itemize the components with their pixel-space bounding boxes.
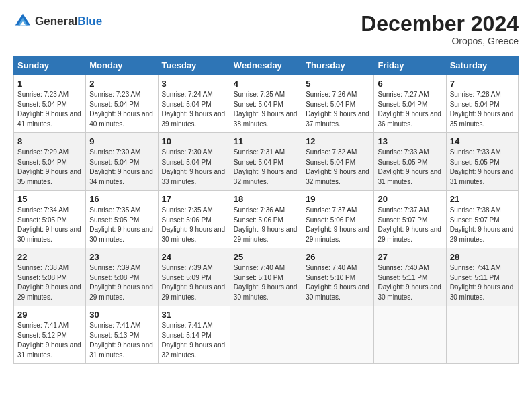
day-number: 19	[306, 194, 370, 204]
day-info: Sunrise: 7:33 AMSunset: 5:05 PMDaylight:…	[378, 148, 441, 185]
calendar-day-cell: 8Sunrise: 7:29 AMSunset: 5:04 PMDaylight…	[14, 133, 86, 191]
day-number: 12	[306, 136, 370, 146]
calendar-table: SundayMondayTuesdayWednesdayThursdayFrid…	[13, 56, 519, 364]
day-number: 20	[378, 194, 442, 204]
day-info: Sunrise: 7:25 AMSunset: 5:04 PMDaylight:…	[234, 91, 298, 128]
day-info: Sunrise: 7:36 AMSunset: 5:06 PMDaylight:…	[234, 206, 298, 243]
page-container: GeneralBlue December 2024 Oropos, Greece…	[0, 0, 532, 371]
day-info: Sunrise: 7:41 AMSunset: 5:12 PMDaylight:…	[17, 322, 81, 359]
calendar-day-cell	[230, 306, 302, 364]
calendar-day-cell: 30Sunrise: 7:41 AMSunset: 5:13 PMDayligh…	[86, 306, 158, 364]
day-number: 25	[234, 252, 298, 262]
day-of-week-header: Tuesday	[158, 56, 230, 75]
day-of-week-header: Thursday	[302, 56, 374, 75]
calendar-day-cell: 19Sunrise: 7:37 AMSunset: 5:06 PMDayligh…	[302, 191, 374, 248]
day-number: 14	[450, 136, 515, 146]
logo-text: GeneralBlue	[35, 15, 102, 28]
calendar-day-cell: 17Sunrise: 7:35 AMSunset: 5:06 PMDayligh…	[158, 191, 230, 248]
calendar-day-cell	[446, 306, 518, 364]
day-info: Sunrise: 7:33 AMSunset: 5:05 PMDaylight:…	[450, 148, 514, 185]
calendar-day-cell: 25Sunrise: 7:40 AMSunset: 5:10 PMDayligh…	[230, 248, 302, 306]
day-info: Sunrise: 7:29 AMSunset: 5:04 PMDaylight:…	[17, 148, 81, 185]
day-info: Sunrise: 7:40 AMSunset: 5:10 PMDaylight:…	[234, 264, 298, 301]
calendar-day-cell: 7Sunrise: 7:28 AMSunset: 5:04 PMDaylight…	[446, 75, 518, 133]
day-number: 29	[17, 310, 82, 320]
day-number: 22	[17, 252, 82, 262]
day-number: 13	[378, 136, 442, 146]
logo-general: General	[35, 15, 77, 28]
calendar-day-cell: 9Sunrise: 7:30 AMSunset: 5:04 PMDaylight…	[86, 133, 158, 191]
calendar-day-cell: 18Sunrise: 7:36 AMSunset: 5:06 PMDayligh…	[230, 191, 302, 248]
day-number: 3	[162, 79, 226, 89]
day-info: Sunrise: 7:23 AMSunset: 5:04 PMDaylight:…	[17, 91, 81, 128]
calendar-day-cell: 21Sunrise: 7:38 AMSunset: 5:07 PMDayligh…	[446, 191, 518, 248]
day-info: Sunrise: 7:38 AMSunset: 5:08 PMDaylight:…	[17, 264, 81, 301]
day-of-week-header: Friday	[374, 56, 446, 75]
day-number: 23	[89, 252, 154, 262]
calendar-day-cell: 1Sunrise: 7:23 AMSunset: 5:04 PMDaylight…	[14, 75, 86, 133]
day-info: Sunrise: 7:37 AMSunset: 5:06 PMDaylight:…	[306, 206, 369, 243]
calendar-week-row: 29Sunrise: 7:41 AMSunset: 5:12 PMDayligh…	[14, 306, 519, 364]
day-info: Sunrise: 7:41 AMSunset: 5:13 PMDaylight:…	[89, 322, 153, 359]
day-of-week-header: Sunday	[14, 56, 86, 75]
calendar-day-cell: 10Sunrise: 7:30 AMSunset: 5:04 PMDayligh…	[158, 133, 230, 191]
header: GeneralBlue December 2024 Oropos, Greece	[13, 12, 519, 46]
day-info: Sunrise: 7:40 AMSunset: 5:10 PMDaylight:…	[306, 264, 369, 301]
calendar-day-cell: 5Sunrise: 7:26 AMSunset: 5:04 PMDaylight…	[302, 75, 374, 133]
day-info: Sunrise: 7:23 AMSunset: 5:04 PMDaylight:…	[89, 91, 153, 128]
calendar-day-cell: 15Sunrise: 7:34 AMSunset: 5:05 PMDayligh…	[14, 191, 86, 248]
day-number: 28	[450, 252, 515, 262]
day-number: 15	[17, 194, 82, 204]
day-number: 30	[89, 310, 154, 320]
day-info: Sunrise: 7:26 AMSunset: 5:04 PMDaylight:…	[306, 91, 369, 128]
day-info: Sunrise: 7:41 AMSunset: 5:14 PMDaylight:…	[162, 322, 226, 359]
day-number: 18	[234, 194, 298, 204]
day-number: 4	[234, 79, 298, 89]
calendar-day-cell: 12Sunrise: 7:32 AMSunset: 5:04 PMDayligh…	[302, 133, 374, 191]
calendar-day-cell	[302, 306, 374, 364]
day-number: 9	[89, 136, 154, 146]
calendar-day-cell: 22Sunrise: 7:38 AMSunset: 5:08 PMDayligh…	[14, 248, 86, 306]
day-info: Sunrise: 7:24 AMSunset: 5:04 PMDaylight:…	[162, 91, 226, 128]
calendar-day-cell: 14Sunrise: 7:33 AMSunset: 5:05 PMDayligh…	[446, 133, 518, 191]
day-info: Sunrise: 7:27 AMSunset: 5:04 PMDaylight:…	[378, 91, 441, 128]
day-info: Sunrise: 7:30 AMSunset: 5:04 PMDaylight:…	[162, 148, 226, 185]
logo-blue: Blue	[77, 15, 102, 28]
day-info: Sunrise: 7:31 AMSunset: 5:04 PMDaylight:…	[234, 148, 298, 185]
calendar-day-cell: 31Sunrise: 7:41 AMSunset: 5:14 PMDayligh…	[158, 306, 230, 364]
day-info: Sunrise: 7:34 AMSunset: 5:05 PMDaylight:…	[17, 206, 81, 243]
day-number: 8	[17, 136, 82, 146]
day-info: Sunrise: 7:39 AMSunset: 5:08 PMDaylight:…	[89, 264, 153, 301]
calendar-day-cell: 23Sunrise: 7:39 AMSunset: 5:08 PMDayligh…	[86, 248, 158, 306]
calendar-day-cell: 4Sunrise: 7:25 AMSunset: 5:04 PMDaylight…	[230, 75, 302, 133]
day-info: Sunrise: 7:28 AMSunset: 5:04 PMDaylight:…	[450, 91, 514, 128]
calendar-day-cell: 16Sunrise: 7:35 AMSunset: 5:05 PMDayligh…	[86, 191, 158, 248]
calendar-week-row: 8Sunrise: 7:29 AMSunset: 5:04 PMDaylight…	[14, 133, 519, 191]
calendar-day-cell: 20Sunrise: 7:37 AMSunset: 5:07 PMDayligh…	[374, 191, 446, 248]
day-number: 26	[306, 252, 370, 262]
day-info: Sunrise: 7:40 AMSunset: 5:11 PMDaylight:…	[378, 264, 441, 301]
calendar-week-row: 22Sunrise: 7:38 AMSunset: 5:08 PMDayligh…	[14, 248, 519, 306]
day-of-week-header: Monday	[86, 56, 158, 75]
calendar-day-cell: 6Sunrise: 7:27 AMSunset: 5:04 PMDaylight…	[374, 75, 446, 133]
day-number: 31	[162, 310, 226, 320]
calendar-day-cell: 3Sunrise: 7:24 AMSunset: 5:04 PMDaylight…	[158, 75, 230, 133]
day-info: Sunrise: 7:41 AMSunset: 5:11 PMDaylight:…	[450, 264, 514, 301]
page-title: December 2024	[361, 12, 519, 36]
day-number: 7	[450, 79, 515, 89]
calendar-header-row: SundayMondayTuesdayWednesdayThursdayFrid…	[14, 56, 519, 75]
calendar-day-cell: 28Sunrise: 7:41 AMSunset: 5:11 PMDayligh…	[446, 248, 518, 306]
calendar-day-cell: 2Sunrise: 7:23 AMSunset: 5:04 PMDaylight…	[86, 75, 158, 133]
day-number: 17	[162, 194, 226, 204]
day-number: 21	[450, 194, 515, 204]
day-number: 5	[306, 79, 370, 89]
calendar-day-cell: 24Sunrise: 7:39 AMSunset: 5:09 PMDayligh…	[158, 248, 230, 306]
day-info: Sunrise: 7:30 AMSunset: 5:04 PMDaylight:…	[89, 148, 153, 185]
day-number: 1	[17, 79, 82, 89]
day-number: 2	[89, 79, 154, 89]
day-info: Sunrise: 7:37 AMSunset: 5:07 PMDaylight:…	[378, 206, 441, 243]
day-of-week-header: Wednesday	[230, 56, 302, 75]
day-number: 11	[234, 136, 298, 146]
day-of-week-header: Saturday	[446, 56, 518, 75]
calendar-day-cell: 13Sunrise: 7:33 AMSunset: 5:05 PMDayligh…	[374, 133, 446, 191]
